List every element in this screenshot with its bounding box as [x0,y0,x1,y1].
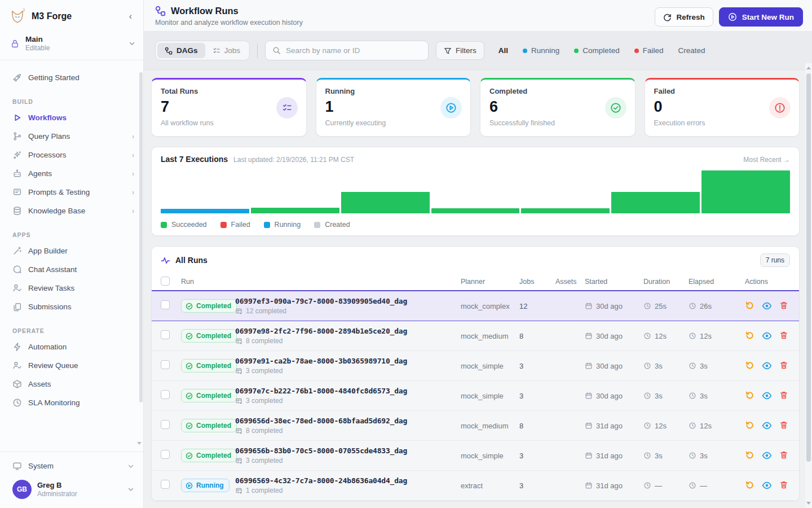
run-id-link[interactable]: 06997e7c-b222-76b1-8000-4840fc8d6573_dag [235,387,461,395]
sidebar-item-app-builder[interactable]: App Builder [9,242,138,260]
execution-bar-succeeded[interactable] [611,192,700,213]
row-checkbox[interactable] [161,480,170,489]
row-checkbox[interactable] [161,450,170,459]
chevron-down-icon [129,40,135,47]
filter-running[interactable]: Running [523,46,559,55]
execution-bar-succeeded[interactable] [521,208,610,213]
start-new-run-button[interactable]: Start New Run [719,7,803,27]
sidebar-scrollbar-thumb[interactable] [139,72,143,402]
toolbar-divider [257,43,258,58]
wand-icon [12,246,22,256]
delete-button[interactable] [779,421,788,431]
delete-button[interactable] [779,480,788,491]
retry-button[interactable] [745,331,754,341]
stat-label: Total Runs [161,87,297,95]
execution-bar-succeeded[interactable] [701,170,790,213]
table-row[interactable]: Completed 0699656d-38ec-78ed-8000-68bfaa… [152,411,799,441]
sidebar-item-chat-assistant[interactable]: Chat Assistant [9,260,138,279]
sidebar-scroll-down-arrow[interactable] [137,442,142,445]
view-button[interactable] [762,301,772,311]
table-row[interactable]: Completed 0699656b-83b0-70c5-8000-07055c… [152,441,799,471]
delete-button[interactable] [779,391,788,401]
search-input[interactable] [286,46,421,55]
row-checkbox[interactable] [161,390,170,399]
table-row[interactable]: Completed 06997e91-ca2b-78ae-8000-3b0365… [152,351,799,381]
delete-button[interactable] [779,331,788,341]
sidebar-item-submissions[interactable]: Submissions [9,297,138,316]
run-id-link[interactable]: 06997e91-ca2b-78ae-8000-3b0365989710_dag [235,357,461,365]
sidebar-item-sla-monitoring[interactable]: SLA Monitoring [9,393,138,412]
filters-button[interactable]: Filters [436,41,484,60]
filter-all[interactable]: All [498,46,508,55]
trash-icon [779,450,788,459]
stat-caption: Currently executing [325,119,462,127]
sidebar-item-query-plans[interactable]: Query Plans › [9,127,138,146]
retry-button[interactable] [745,301,754,311]
delete-button[interactable] [779,450,788,461]
table-row[interactable]: Completed 06997e7c-b222-76b1-8000-4840fc… [152,381,799,411]
elapsed-cell: 3s [689,392,737,400]
sidebar-item-review-queue[interactable]: Review Queue [9,356,138,375]
sidebar-item-review-tasks[interactable]: Review Tasks [9,279,138,297]
workspace-selector[interactable]: Main Editable [0,32,143,60]
filter-failed[interactable]: Failed [634,46,664,55]
sidebar-item-knowledge-base[interactable]: Knowledge Base › [9,202,138,220]
workspace-name: Main [25,35,123,43]
retry-button[interactable] [745,480,754,491]
sidebar-item-system[interactable]: System [9,457,138,475]
row-checkbox[interactable] [161,360,170,369]
chevron-right-icon: › [132,133,134,141]
sidebar-collapse-button[interactable]: ‹ [126,10,135,23]
run-id-link[interactable]: 06997ef3-090a-79c7-8000-83909905ed40_dag [235,297,461,305]
sidebar-item-processors[interactable]: Processors › [9,146,138,164]
database-icon [12,206,22,216]
tab-jobs[interactable]: Jobs [205,43,248,58]
table-row[interactable]: Completed 06997e98-2fc2-7f96-8000-2894b1… [152,321,799,351]
refresh-button[interactable]: Refresh [655,7,713,27]
retry-icon [745,421,754,430]
sidebar-item-workflows[interactable]: Workflows [9,108,138,127]
run-id-link[interactable]: 0699656b-83b0-70c5-8000-07055cde4833_dag [235,446,461,455]
view-button[interactable] [762,450,772,461]
tab-dags[interactable]: DAGs [157,43,205,58]
sidebar-item-automation[interactable]: Automation [9,338,138,356]
scroll-down-arrow[interactable] [806,502,811,505]
retry-button[interactable] [745,450,754,461]
row-checkbox[interactable] [161,330,170,339]
view-button[interactable] [762,421,772,431]
table-row[interactable]: Completed 06997ef3-090a-79c7-8000-839099… [152,291,799,321]
select-all-checkbox[interactable] [161,277,170,286]
sidebar-scrollbar[interactable] [139,72,143,442]
sidebar-item-getting-started[interactable]: Getting Started [9,68,138,87]
sidebar-item-assets[interactable]: Assets [9,375,138,393]
run-id-link[interactable]: 06997e98-2fc2-7f96-8000-2894b1e5ce20_dag [235,327,461,335]
main-scrollbar[interactable] [805,63,812,508]
filter-completed[interactable]: Completed [574,46,619,55]
sidebar-item-prompts-testing[interactable]: Prompts & Testing › [9,183,138,202]
retry-button[interactable] [745,421,754,431]
row-checkbox[interactable] [161,420,170,429]
sidebar-item-agents[interactable]: Agents › [9,164,138,183]
delete-button[interactable] [779,301,788,311]
jobs-count-icon [235,427,242,435]
main-scrollbar-thumb[interactable] [806,73,811,462]
retry-button[interactable] [745,361,754,371]
table-row[interactable]: Running 06996569-4c32-7c7a-8000-24b8636a… [152,471,799,501]
scroll-up-arrow[interactable] [806,67,811,69]
execution-bar-running[interactable] [161,209,249,213]
row-checkbox[interactable] [161,300,170,309]
user-menu[interactable]: GB Greg B Administrator [9,475,138,502]
view-button[interactable] [762,391,772,401]
view-button[interactable] [762,361,772,371]
execution-bar-succeeded[interactable] [431,208,520,213]
retry-button[interactable] [745,391,754,401]
execution-bar-succeeded[interactable] [251,208,339,213]
filter-created[interactable]: Created [678,46,705,55]
run-id-link[interactable]: 06996569-4c32-7c7a-8000-24b8636a04d4_dag [235,476,461,485]
view-button[interactable] [762,480,772,491]
execution-bar-succeeded[interactable] [341,192,430,213]
view-button[interactable] [762,331,772,341]
retry-icon [745,331,754,340]
run-id-link[interactable]: 0699656d-38ec-78ed-8000-68bfaad5d692_dag [235,417,461,425]
delete-button[interactable] [779,361,788,371]
